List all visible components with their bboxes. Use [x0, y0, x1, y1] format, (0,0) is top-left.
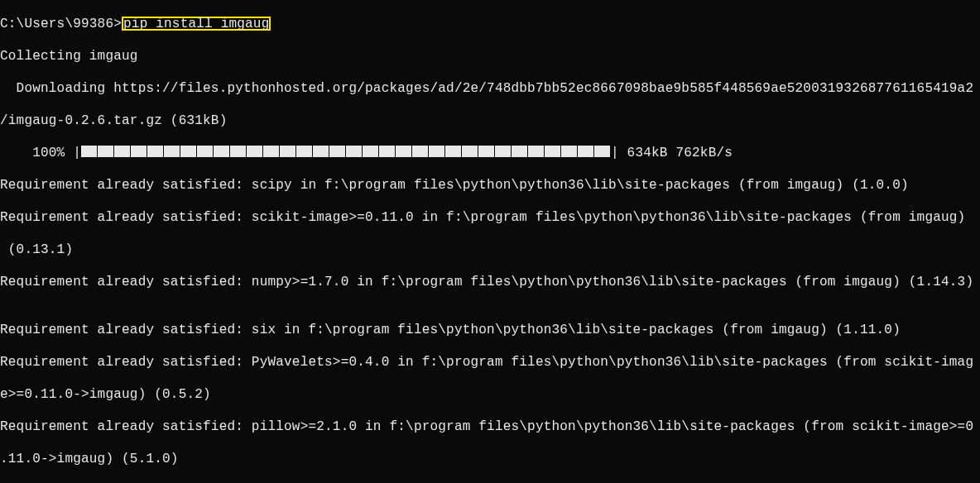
progress-cell — [296, 146, 312, 157]
output-line: Requirement already satisfied: numpy>=1.… — [0, 275, 980, 291]
output-line: (0.13.1) — [0, 242, 980, 259]
progress-line: 100% || 634kB 762kB/s — [0, 146, 980, 162]
progress-cell — [197, 146, 213, 157]
output-line: Requirement already satisfied: scikit-im… — [0, 210, 980, 227]
progress-cell — [230, 146, 246, 157]
progress-cell — [512, 146, 527, 157]
progress-cell — [81, 146, 97, 157]
progress-pct: 100% | — [0, 146, 81, 160]
terminal-output: C:\Users\99386>pip install imgaug Collec… — [0, 0, 980, 483]
progress-cell — [396, 146, 411, 157]
progress-cell — [329, 146, 345, 157]
progress-cell — [478, 146, 494, 157]
progress-cell — [98, 146, 113, 157]
progress-cell — [462, 146, 478, 157]
output-line: Requirement already satisfied: six in f:… — [0, 323, 980, 339]
progress-cell — [280, 146, 295, 157]
output-line: Requirement already satisfied: pillow>=2… — [0, 419, 980, 436]
progress-cell — [313, 146, 329, 157]
progress-cell — [429, 146, 444, 157]
progress-cell — [147, 146, 163, 157]
progress-cell — [545, 146, 560, 157]
output-line: e>=0.11.0->imgaug) (0.5.2) — [0, 387, 980, 404]
progress-cell — [180, 146, 196, 157]
progress-speed: | 634kB 762kB/s — [611, 146, 733, 160]
progress-cell — [379, 146, 395, 157]
progress-cell — [164, 146, 180, 157]
progress-cell — [495, 146, 511, 157]
progress-bar — [81, 146, 611, 160]
progress-cell — [528, 146, 544, 157]
output-line: Requirement already satisfied: scipy in … — [0, 178, 980, 194]
progress-cell — [363, 146, 378, 157]
output-line: Downloading https://files.pythonhosted.o… — [0, 81, 980, 98]
output-line: .11.0->imgaug) (5.1.0) — [0, 452, 980, 468]
progress-cell — [561, 146, 577, 157]
progress-cell — [131, 146, 147, 157]
progress-cell — [114, 146, 130, 157]
progress-cell — [594, 146, 610, 157]
progress-cell — [412, 146, 428, 157]
prompt-line: C:\Users\99386>pip install imgaug — [0, 17, 980, 33]
prompt-path: C:\Users\99386> — [0, 17, 122, 31]
progress-cell — [247, 146, 262, 157]
progress-cell — [214, 146, 229, 157]
progress-cell — [578, 146, 593, 157]
progress-cell — [263, 146, 279, 157]
progress-cell — [346, 146, 362, 157]
output-line: Collecting imgaug — [0, 49, 980, 65]
output-line: Requirement already satisfied: PyWavelet… — [0, 355, 980, 371]
command-text: pip install imgaug — [122, 17, 271, 31]
output-line: /imgaug-0.2.6.tar.gz (631kB) — [0, 113, 980, 130]
progress-cell — [445, 146, 461, 157]
